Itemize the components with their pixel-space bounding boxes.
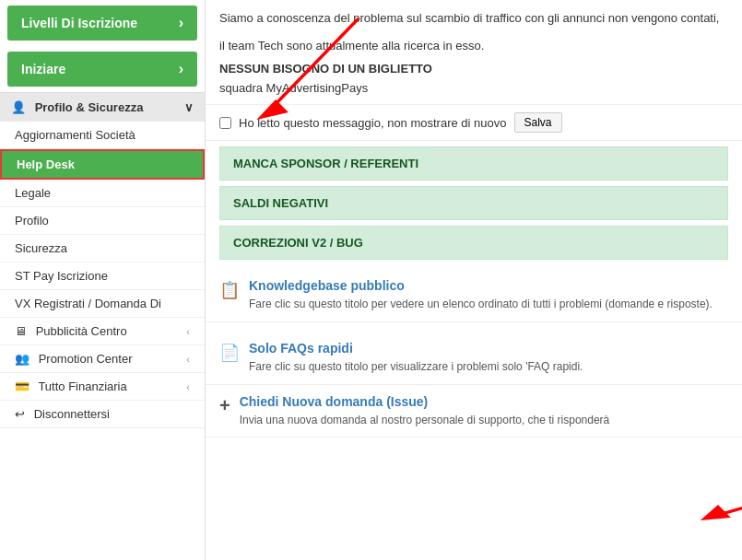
- kb-desc: Fare clic su questo titolo per vedere un…: [249, 297, 713, 312]
- accordion-correzioni-label: CORREZIONI V2 / BUG: [233, 236, 363, 250]
- livelli-arrow-icon: ›: [179, 15, 183, 31]
- knowledgebase-section: 📋 Knowledgebase pubblico Fare clic su qu…: [206, 269, 742, 322]
- sidebar-item-profilo[interactable]: Profilo: [0, 207, 205, 235]
- notice-bold: NESSUN BISOGNO DI UN BIGLIETTO: [206, 54, 742, 79]
- sidebar-item-pubblicita-label: Pubblicità Centro: [36, 324, 127, 338]
- ask-section: + Chiedi Nuova domanda (Issue) Invia una…: [206, 385, 742, 438]
- accordion-manca[interactable]: MANCA SPONSOR / REFERENTI: [219, 146, 728, 181]
- notice-line1: Siamo a conoscenza del problema sul scam…: [206, 0, 742, 28]
- sidebar-item-promotion-label: Promotion Center: [39, 352, 133, 366]
- main-content: Siamo a conoscenza del problema sul scam…: [206, 0, 742, 560]
- sidebar-item-aggiornamenti[interactable]: Aggiornamenti Società: [0, 122, 205, 149]
- logout-icon: ↩: [15, 407, 25, 421]
- sidebar-item-pubblicita[interactable]: 🖥 Pubblicità Centro ‹: [0, 318, 205, 345]
- sidebar: Livelli Di Iscrizione › Iniziare › 👤 Pro…: [0, 0, 206, 560]
- profilo-section-label: Profilo & Sicurezza: [35, 100, 144, 114]
- chevron-down-icon: ∨: [184, 100, 194, 114]
- read-message-label: Ho letto questo messaggio, non mostrare …: [239, 116, 507, 130]
- accordion-manca-label: MANCA SPONSOR / REFERENTI: [233, 157, 418, 170]
- iniziare-btn-label: Iniziare: [21, 62, 65, 76]
- sidebar-item-promotion[interactable]: 👥 Promotion Center ‹: [0, 345, 205, 373]
- faq-section: 📄 Solo FAQs rapidi Fare clic su questo t…: [206, 332, 742, 385]
- save-button[interactable]: Salva: [514, 112, 562, 133]
- ask-title[interactable]: Chiedi Nuova domanda (Issue): [240, 394, 610, 409]
- accordion-correzioni[interactable]: CORREZIONI V2 / BUG: [219, 226, 728, 260]
- user-icon: 👤: [11, 100, 26, 114]
- faq-desc: Fare clic su questo titolo per visualizz…: [249, 359, 583, 375]
- sidebar-item-helpdesk[interactable]: Help Desk: [0, 149, 205, 180]
- read-message-row: Ho letto questo messaggio, non mostrare …: [206, 104, 742, 141]
- finance-icon: 💳: [15, 379, 29, 393]
- sidebar-item-disconnetti[interactable]: ↩ Disconnettersi: [0, 401, 205, 428]
- sidebar-item-sicurezza-label: Sicurezza: [15, 241, 67, 255]
- profilo-section-header[interactable]: 👤 Profilo & Sicurezza ∨: [0, 92, 205, 122]
- livelli-btn[interactable]: Livelli Di Iscrizione ›: [7, 6, 197, 41]
- sidebar-item-legale[interactable]: Legale: [0, 180, 205, 207]
- sidebar-item-profilo-label: Profilo: [15, 214, 49, 228]
- sidebar-item-disconnetti-label: Disconnettersi: [34, 407, 110, 421]
- sidebar-item-stpay-label: ST Pay Iscrizione: [15, 269, 108, 283]
- kb-title[interactable]: Knowledgebase pubblico: [249, 278, 713, 293]
- sidebar-item-vx-label: VX Registrati / Domanda Di: [15, 297, 161, 310]
- list-icon: 📄: [219, 343, 240, 363]
- iniziare-arrow-icon: ›: [179, 61, 183, 77]
- sidebar-item-vx[interactable]: VX Registrati / Domanda Di: [0, 290, 205, 318]
- svg-marker-3: [701, 505, 731, 520]
- chevron-right-icon-2: ‹: [186, 354, 190, 365]
- notice-line2: il team Tech sono attualmente alla ricer…: [206, 28, 742, 55]
- sidebar-item-aggiornamenti-label: Aggiornamenti Società: [15, 128, 135, 142]
- read-message-checkbox[interactable]: [219, 117, 231, 129]
- sidebar-item-legale-label: Legale: [15, 186, 51, 200]
- plus-icon: +: [219, 394, 230, 416]
- sidebar-item-stpay[interactable]: ST Pay Iscrizione: [0, 262, 205, 290]
- notice-team: squadra MyAdvertisingPays: [206, 79, 742, 104]
- chevron-right-icon: ‹: [186, 326, 190, 337]
- monitor-icon: 🖥: [15, 324, 27, 338]
- book-icon: 📋: [219, 280, 240, 300]
- sidebar-item-sicurezza[interactable]: Sicurezza: [0, 235, 205, 262]
- iniziare-btn[interactable]: Iniziare ›: [7, 52, 197, 87]
- livelli-btn-label: Livelli Di Iscrizione: [21, 16, 137, 30]
- sidebar-item-finanziaria[interactable]: 💳 Tutto Finanziaria ‹: [0, 373, 205, 401]
- ask-desc: Invia una nuova domanda al nostro person…: [240, 413, 610, 428]
- accordion-saldi-label: SALDI NEGATIVI: [233, 196, 328, 210]
- group-icon: 👥: [15, 352, 29, 366]
- chevron-right-icon-3: ‹: [186, 381, 190, 392]
- sidebar-item-finanziaria-label: Tutto Finanziaria: [38, 379, 126, 393]
- accordion-saldi[interactable]: SALDI NEGATIVI: [219, 186, 728, 220]
- faq-title[interactable]: Solo FAQs rapidi: [249, 341, 583, 356]
- sidebar-item-helpdesk-label: Help Desk: [17, 158, 75, 171]
- svg-line-2: [715, 479, 742, 516]
